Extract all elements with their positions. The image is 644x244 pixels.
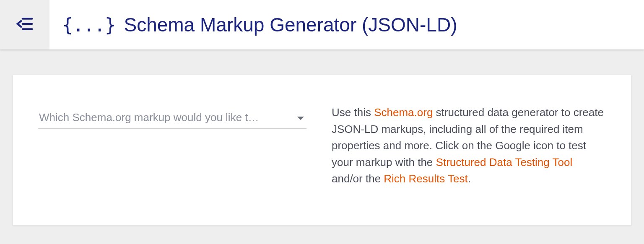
description-text: Use this Schema.org structured data gene…: [332, 104, 606, 187]
structured-data-testing-tool-link[interactable]: Structured Data Testing Tool: [436, 156, 573, 169]
title-area: {...} Schema Markup Generator (JSON-LD): [49, 13, 457, 36]
json-braces-icon: {...}: [62, 14, 115, 36]
menu-collapse-icon: [16, 15, 34, 34]
page-title: Schema Markup Generator (JSON-LD): [124, 13, 457, 36]
main-card: Which Schema.org markup would you like t…: [13, 75, 631, 226]
app-header: {...} Schema Markup Generator (JSON-LD): [0, 0, 644, 49]
desc-part: .: [468, 172, 471, 185]
rich-results-test-link[interactable]: Rich Results Test: [384, 172, 467, 185]
desc-part: and/or the: [332, 172, 384, 185]
schema-org-link[interactable]: Schema.org: [374, 106, 433, 119]
select-placeholder: Which Schema.org markup would you like t…: [39, 111, 290, 124]
select-column: Which Schema.org markup would you like t…: [38, 104, 306, 187]
schema-type-select[interactable]: Which Schema.org markup would you like t…: [38, 109, 306, 129]
collapse-menu-button[interactable]: [0, 0, 49, 49]
chevron-down-icon: [297, 117, 304, 120]
description-column: Use this Schema.org structured data gene…: [332, 104, 606, 187]
desc-part: Use this: [332, 106, 374, 119]
